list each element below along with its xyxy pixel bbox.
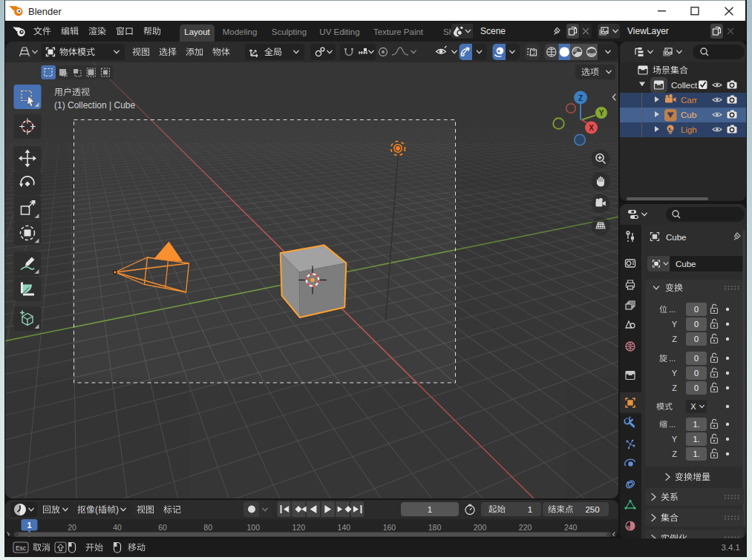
svg-text:200: 200 [474,523,487,532]
svg-text:Scene: Scene [480,26,506,36]
svg-text:0: 0 [694,335,699,343]
svg-text:1.: 1. [693,420,699,429]
svg-text:1: 1 [528,505,532,514]
svg-text:UV Editing: UV Editing [319,27,359,36]
svg-text:0: 0 [694,305,699,314]
svg-text:Z: Z [672,335,677,343]
svg-text:20: 20 [68,523,76,532]
svg-text:Y: Y [599,109,604,117]
svg-text:Collect: Collect [671,81,698,90]
svg-text:250: 250 [585,505,599,514]
svg-text:Modeling: Modeling [223,27,258,36]
svg-text:0: 0 [694,320,699,329]
svg-text:Texture Paint: Texture Paint [373,27,424,36]
svg-text:60: 60 [158,523,167,532]
svg-text:Y: Y [672,435,678,444]
svg-text:Blender: Blender [28,6,62,17]
svg-text:...: ... [669,420,676,429]
svg-text:X: X [589,124,594,132]
svg-text:Cube: Cube [676,260,696,269]
svg-text:220: 220 [519,523,532,532]
svg-text:Y: Y [672,369,678,378]
svg-text:...: ... [669,305,676,314]
svg-text:Layout: Layout [184,27,210,36]
svg-text:1: 1 [428,505,432,514]
svg-text:X: X [690,402,696,411]
svg-text:Z: Z [672,449,677,458]
svg-text:40: 40 [113,523,122,532]
svg-text:Y: Y [672,320,678,329]
svg-text:Sculpting: Sculpting [272,27,307,36]
svg-text:0: 0 [694,383,699,392]
svg-text:80: 80 [203,523,212,532]
svg-text:1: 1 [27,521,31,530]
svg-text:): ) [116,504,119,515]
svg-text:Esc: Esc [16,544,27,552]
svg-text:140: 140 [338,523,351,532]
svg-text:0: 0 [694,369,699,378]
svg-text:Z: Z [578,94,583,102]
svg-text:Z: Z [672,383,677,392]
svg-text:100: 100 [246,523,260,532]
svg-text:3.4.1: 3.4.1 [721,543,740,552]
svg-text:Light: Light [681,125,700,134]
svg-text:1.: 1. [693,435,699,444]
svg-text:ViewLayer: ViewLayer [627,26,669,36]
svg-text:120: 120 [292,523,306,532]
svg-text:(: ( [95,504,98,515]
svg-text:Cube: Cube [666,233,687,242]
svg-text:240: 240 [564,523,578,532]
svg-text:160: 160 [383,523,396,532]
svg-text:0: 0 [694,354,699,363]
svg-text:180: 180 [428,523,442,532]
svg-text:1.: 1. [693,449,699,458]
svg-text:(1) Collection | Cube: (1) Collection | Cube [54,100,135,111]
svg-text:...: ... [669,354,676,363]
